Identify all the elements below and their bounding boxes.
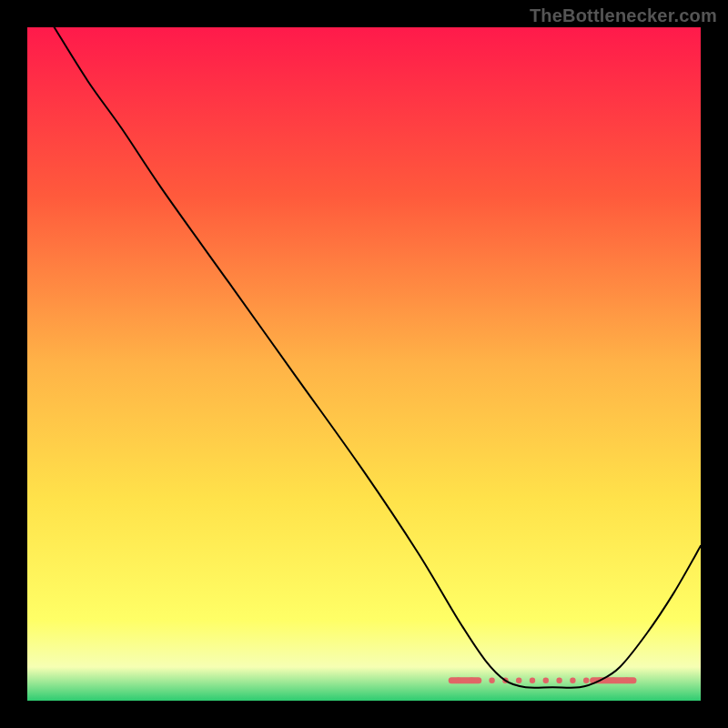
gradient-background xyxy=(27,27,701,701)
marker-dot xyxy=(530,678,535,683)
plot-area xyxy=(27,27,701,701)
marker-dot xyxy=(623,678,629,683)
marker-dot xyxy=(611,678,616,683)
watermark-text: TheBottlenecker.com xyxy=(530,5,717,26)
marker-dot xyxy=(570,678,575,683)
marker-dot xyxy=(455,678,460,683)
marker-dot xyxy=(516,678,521,683)
marker-dot xyxy=(489,678,494,683)
chart-stage: TheBottlenecker.com xyxy=(0,0,728,728)
marker-dot xyxy=(583,678,589,683)
marker-dot xyxy=(543,678,549,683)
bottleneck-chart xyxy=(27,27,701,701)
marker-dot xyxy=(469,678,474,683)
marker-dot xyxy=(556,678,561,683)
